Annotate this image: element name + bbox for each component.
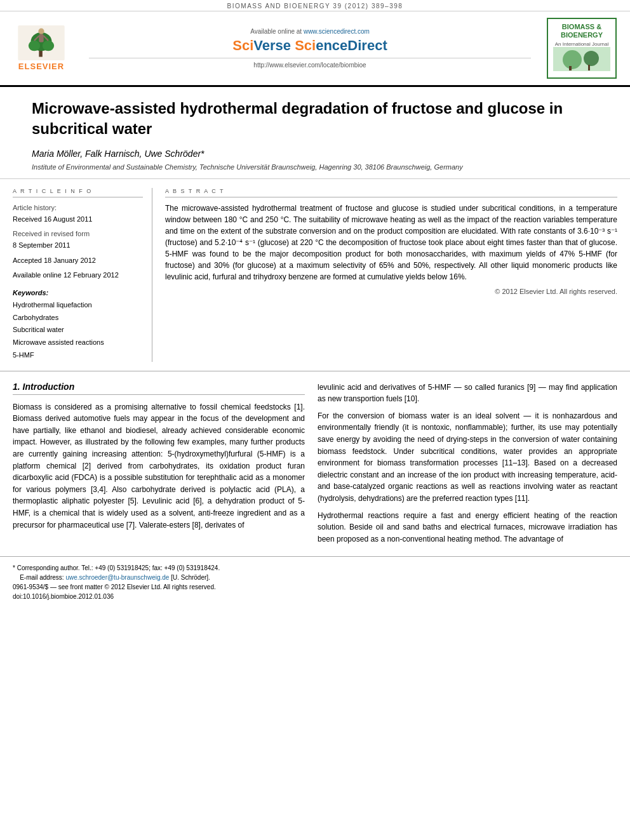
corresponding-author-note: * Corresponding author. Tel.: +49 (0) 53… (13, 563, 617, 573)
journal-logo-subtitle: An International Journal (553, 41, 610, 47)
journal-citation: BIOMASS AND BIOENERGY 39 (2012) 389–398 (227, 3, 403, 10)
accepted-date: Accepted 18 January 2012 (13, 255, 143, 267)
sciverse-brand: SciVerse ScienceDirect (232, 37, 387, 54)
author-email[interactable]: uwe.schroeder@tu-braunschweig.de (65, 574, 169, 581)
svg-rect-9 (553, 47, 610, 71)
keyword-item: Hydrothermal liquefaction (13, 299, 143, 312)
journal-logo-box: BIOMASS &BIOENERGY An International Jour… (547, 18, 617, 79)
article-title: Microwave-assisted hydrothermal degradat… (32, 98, 598, 138)
abstract-heading: A B S T R A C T (165, 188, 617, 197)
article-info-abstract-section: A R T I C L E I N F O Article history: R… (0, 179, 630, 371)
svg-point-4 (43, 41, 54, 51)
article-title-section: Microwave-assisted hydrothermal degradat… (0, 87, 630, 179)
main-body-section: 1. Introduction Biomass is considered as… (0, 371, 630, 550)
keyword-item: 5-HMF (13, 349, 143, 362)
article-authors: Maria Möller, Falk Harnisch, Uwe Schröde… (32, 149, 598, 159)
email-note: E-mail address: uwe.schroeder@tu-braunsc… (13, 573, 617, 582)
revised-date: 8 September 2011 (13, 240, 143, 251)
revised-label: Received in revised form (13, 229, 143, 240)
article-info-col: A R T I C L E I N F O Article history: R… (13, 188, 152, 362)
article-history: Article history: Received 16 August 2011… (13, 203, 143, 281)
keyword-item: Microwave assisted reactions (13, 337, 143, 349)
svg-point-10 (563, 50, 582, 69)
keywords-list: Hydrothermal liquefaction Carbohydrates … (13, 299, 143, 362)
svg-point-11 (584, 51, 599, 66)
sciverse-verse-part: Verse (253, 37, 295, 53)
article-info-heading: A R T I C L E I N F O (13, 188, 143, 197)
sciencedirect-info: Available online at www.sciencedirect.co… (83, 18, 537, 79)
doi-note: doi:10.1016/j.biombioe.2012.01.036 (13, 592, 617, 601)
journal-banner: BIOMASS AND BIOENERGY 39 (2012) 389–398 (0, 0, 630, 11)
received-date: Received 16 August 2011 (13, 214, 143, 225)
svg-rect-13 (588, 65, 590, 70)
main-left-col: 1. Introduction Biomass is considered as… (13, 382, 305, 550)
available-online-text: Available online at www.sciencedirect.co… (250, 28, 370, 35)
intro-para-1: Biomass is considered as a promising alt… (13, 401, 305, 531)
svg-point-5 (38, 29, 44, 34)
main-right-col: levulinic acid and derivatives of 5-HMF … (318, 382, 617, 550)
journal-logo-area: BIOMASS &BIOENERGY An International Jour… (544, 18, 620, 79)
svg-rect-12 (569, 66, 572, 70)
journal-logo-title: BIOMASS &BIOENERGY (553, 23, 610, 39)
elsevier-brand-label: ELSEVIER (18, 62, 64, 71)
abstract-body: The microwave-assisted hydrothermal trea… (165, 203, 617, 283)
keyword-item: Carbohydrates (13, 312, 143, 324)
sciverse-sciencedirect-part: Sci (295, 37, 316, 53)
intro-para-2: levulinic acid and derivatives of 5-HMF … (318, 382, 617, 405)
issn-note: 0961-9534/$ — see front matter © 2012 El… (13, 582, 617, 592)
svg-rect-6 (39, 34, 43, 43)
elsevier-logo: ELSEVIER (6, 18, 76, 79)
copyright-notice: © 2012 Elsevier Ltd. All rights reserved… (165, 288, 617, 295)
journal-url-text: http://www.elsevier.com/locate/biombioe (89, 58, 531, 69)
journal-cover-image (553, 47, 610, 71)
intro-para-3: For the conversion of biomass water is a… (318, 410, 617, 505)
intro-para-4: Hydrothermal reactions require a fast an… (318, 510, 617, 545)
available-url[interactable]: www.sciencedirect.com (304, 28, 370, 35)
article-affiliation: Institute of Environmental and Sustainab… (32, 163, 598, 172)
keywords-heading: Keywords: (13, 289, 143, 297)
footnote-area: * Corresponding author. Tel.: +49 (0) 53… (0, 556, 630, 614)
keywords-section: Keywords: Hydrothermal liquefaction Carb… (13, 289, 143, 362)
svg-point-3 (29, 41, 40, 51)
abstract-col: A B S T R A C T The microwave-assisted h… (165, 188, 617, 362)
keyword-item: Subcritical water (13, 324, 143, 337)
sciverse-sci-part: Sci (232, 37, 253, 53)
section1-title: 1. Introduction (13, 382, 305, 395)
elsevier-tree-icon (16, 25, 67, 60)
history-label: Article history: (13, 203, 143, 214)
page-header: ELSEVIER Available online at www.science… (0, 11, 630, 87)
available-date: Available online 12 February 2012 (13, 270, 143, 281)
